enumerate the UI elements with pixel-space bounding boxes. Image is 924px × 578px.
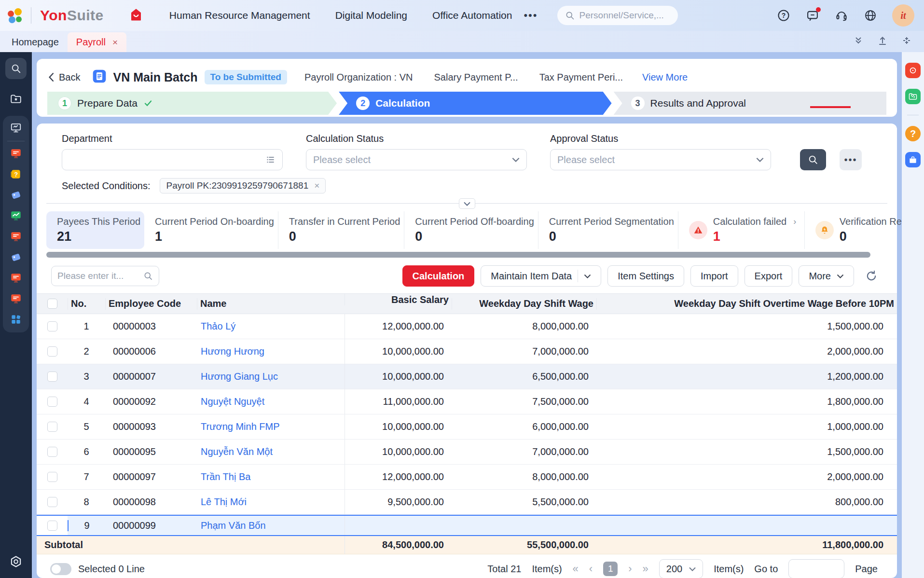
stat-segmentation[interactable]: Current Period Segmentation0 bbox=[538, 211, 678, 249]
global-search[interactable]: Personnel/Service,... bbox=[557, 6, 678, 25]
last-page-icon[interactable]: » bbox=[643, 563, 648, 575]
nav-item-hrm[interactable]: Human Resource Management bbox=[169, 10, 310, 21]
page-size-select[interactable]: 200 bbox=[659, 559, 703, 578]
app-chart-green-icon[interactable] bbox=[10, 209, 22, 222]
row-checkbox[interactable] bbox=[37, 372, 68, 382]
chevron-right-icon[interactable]: › bbox=[793, 217, 796, 227]
col-overtime-wage[interactable]: Weekday Day Shift Overtime Wage Before 1… bbox=[596, 298, 897, 310]
table-row[interactable]: 600000095Nguyễn Văn Một10,000,000.007,00… bbox=[37, 440, 897, 465]
stat-payees-this-period[interactable]: Payees This Period21 bbox=[46, 211, 144, 249]
home-icon[interactable] bbox=[129, 7, 143, 24]
step-prepare-data[interactable]: 1 Prepare Data bbox=[47, 92, 337, 115]
table-row[interactable]: 900000099Phạm Văn Bốn bbox=[37, 515, 897, 536]
collapse-filters-button[interactable] bbox=[459, 198, 475, 209]
globe-language-icon[interactable] bbox=[863, 8, 878, 23]
app-tag-blue-icon[interactable] bbox=[10, 189, 22, 201]
horizontal-scrollbar[interactable] bbox=[46, 252, 887, 258]
employee-link[interactable]: Nguyệt Nguyệt bbox=[201, 396, 264, 407]
split-view-icon[interactable] bbox=[902, 36, 911, 47]
next-page-icon[interactable]: › bbox=[628, 563, 632, 575]
col-employee-code[interactable]: Employee Code bbox=[105, 298, 197, 310]
headset-support-icon[interactable] bbox=[834, 8, 849, 23]
table-row[interactable]: 700000097Trần Thị Ba12,000,000.008,000,0… bbox=[37, 465, 897, 490]
sidebar-search-icon[interactable] bbox=[5, 58, 27, 79]
col-basic-salary[interactable]: Basic Salary bbox=[345, 294, 452, 305]
table-search-input[interactable] bbox=[51, 266, 159, 286]
employee-link[interactable]: Trần Thị Ba bbox=[201, 471, 250, 482]
workbench-icon[interactable] bbox=[10, 122, 22, 136]
import-button[interactable]: Import bbox=[690, 265, 738, 287]
app-tag-blue-icon[interactable] bbox=[10, 251, 22, 263]
view-more-link[interactable]: View More bbox=[642, 72, 688, 83]
nav-item-digital-modeling[interactable]: Digital Modeling bbox=[335, 10, 407, 21]
employee-link[interactable]: Phạm Văn Bốn bbox=[201, 520, 266, 531]
toolbox-icon[interactable] bbox=[905, 152, 921, 167]
current-page[interactable]: 1 bbox=[603, 562, 618, 576]
tab-close-icon[interactable]: × bbox=[112, 37, 118, 48]
filter-search-button[interactable] bbox=[800, 149, 826, 170]
employee-link[interactable]: Hương Giang Lục bbox=[201, 371, 278, 382]
stat-offboarding[interactable]: Current Period Off-boarding0 bbox=[404, 211, 538, 249]
app-board-red-icon[interactable] bbox=[10, 147, 22, 160]
remove-condition-icon[interactable]: × bbox=[314, 180, 319, 191]
employee-link[interactable]: Lê Thị Mới bbox=[201, 496, 247, 507]
app-question-card-icon[interactable]: ? bbox=[10, 168, 22, 180]
maintain-item-data-button[interactable]: Maintain Item Data bbox=[481, 265, 601, 287]
refresh-icon[interactable] bbox=[865, 270, 878, 282]
help-icon[interactable]: ? bbox=[776, 8, 791, 23]
row-checkbox[interactable] bbox=[37, 497, 68, 507]
table-row[interactable]: 200000006Hương Hương10,000,000.007,000,0… bbox=[37, 339, 897, 364]
table-row[interactable]: 500000093Trương Minh FMP10,000,000.006,0… bbox=[37, 414, 897, 440]
stat-calculation-failed[interactable]: Calculation failed› 1 bbox=[678, 211, 804, 249]
settings-gear-icon[interactable] bbox=[9, 555, 23, 571]
employee-link[interactable]: Thảo Lý bbox=[201, 321, 235, 331]
row-checkbox[interactable] bbox=[37, 397, 68, 407]
app-board-red-icon[interactable] bbox=[10, 272, 22, 284]
select-all-checkbox[interactable] bbox=[37, 299, 68, 309]
back-button[interactable]: Back bbox=[47, 72, 80, 83]
stat-transfer[interactable]: Transfer in Current Period0 bbox=[278, 211, 404, 249]
row-checkbox[interactable] bbox=[37, 447, 68, 457]
prev-page-icon[interactable]: ‹ bbox=[589, 563, 593, 575]
more-button[interactable]: More bbox=[799, 265, 854, 287]
tab-homepage[interactable]: Homepage bbox=[3, 32, 68, 52]
table-row[interactable]: 300000007Hương Giang Lục10,000,000.006,5… bbox=[37, 364, 897, 389]
col-name[interactable]: Name bbox=[197, 298, 345, 310]
nav-item-office-automation[interactable]: Office Automation bbox=[432, 10, 512, 21]
collapse-tabs-icon[interactable] bbox=[854, 36, 863, 47]
table-row[interactable]: 800000098Lê Thị Mới9,500,000.005,500,000… bbox=[37, 490, 897, 515]
goto-page-input[interactable] bbox=[788, 559, 844, 578]
table-row[interactable]: 100000003Thảo Lý12,000,000.008,000,000.0… bbox=[37, 314, 897, 339]
table-row[interactable]: 400000092Nguyệt Nguyệt11,000,000.007,500… bbox=[37, 389, 897, 414]
step-calculation[interactable]: 2 Calculation bbox=[339, 92, 611, 115]
yonyou-app-icon[interactable] bbox=[905, 63, 921, 78]
export-button[interactable]: Export bbox=[745, 265, 793, 287]
app-grid-blue-icon[interactable] bbox=[10, 313, 22, 326]
tab-payroll[interactable]: Payroll × bbox=[68, 32, 126, 52]
employee-link[interactable]: Trương Minh FMP bbox=[201, 421, 280, 432]
share-up-icon[interactable] bbox=[878, 36, 887, 47]
approval-status-select[interactable]: Please select bbox=[550, 149, 771, 170]
nav-more-icon[interactable]: ••• bbox=[524, 9, 538, 22]
app-board-red-icon[interactable] bbox=[10, 292, 22, 305]
col-weekday-wage[interactable]: Weekday Day Shift Wage bbox=[452, 298, 596, 310]
row-checkbox[interactable] bbox=[37, 321, 68, 331]
linked-folder-icon[interactable] bbox=[905, 89, 921, 104]
row-checkbox[interactable] bbox=[37, 472, 68, 482]
employee-link[interactable]: Hương Hương bbox=[201, 346, 264, 357]
selected-only-toggle[interactable] bbox=[50, 563, 71, 575]
stat-onboarding[interactable]: Current Period On-boarding1 bbox=[144, 211, 278, 249]
col-no[interactable]: No. bbox=[68, 298, 105, 310]
favorites-folder-icon[interactable] bbox=[10, 93, 22, 107]
row-checkbox[interactable] bbox=[37, 422, 68, 432]
item-settings-button[interactable]: Item Settings bbox=[607, 265, 684, 287]
employee-link[interactable]: Nguyễn Văn Một bbox=[201, 446, 273, 457]
table-search-field[interactable] bbox=[57, 271, 139, 281]
calculation-status-select[interactable]: Please select bbox=[306, 149, 527, 170]
help-circle-icon[interactable]: ? bbox=[905, 126, 921, 141]
messages-icon[interactable] bbox=[805, 8, 820, 23]
filter-more-button[interactable]: ••• bbox=[840, 149, 862, 170]
row-checkbox[interactable] bbox=[37, 516, 68, 535]
department-input[interactable] bbox=[62, 149, 283, 170]
row-checkbox[interactable] bbox=[37, 346, 68, 357]
